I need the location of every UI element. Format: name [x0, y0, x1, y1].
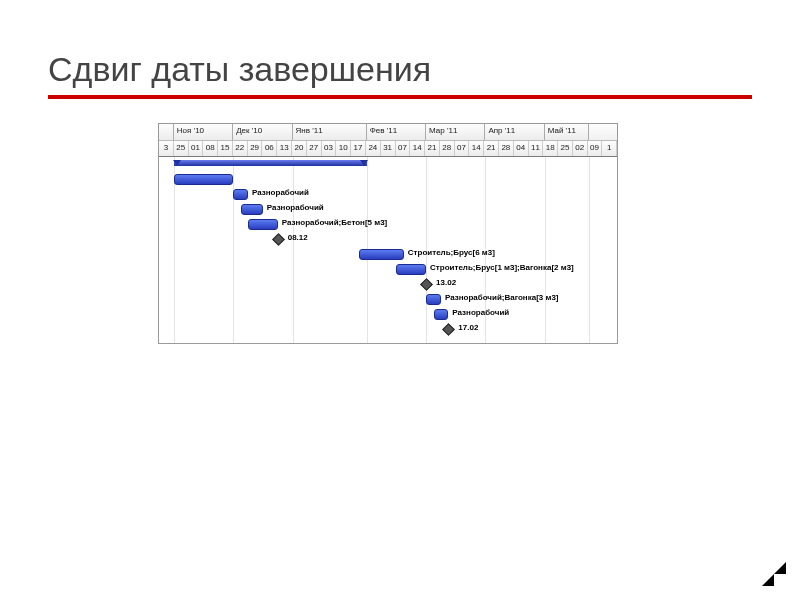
gantt-row: 17.02: [159, 322, 617, 337]
month-header: Дек '10: [233, 124, 292, 140]
title-underline: [48, 95, 752, 99]
milestone-icon: [442, 323, 455, 336]
task-bar: [434, 309, 449, 320]
milestone-icon: [420, 278, 433, 291]
day-header: 21: [425, 141, 440, 156]
day-header: 17: [351, 141, 366, 156]
day-header: 14: [410, 141, 425, 156]
page-corner-icon: [762, 562, 786, 586]
day-header: 31: [381, 141, 396, 156]
gantt-row: 13.02: [159, 277, 617, 292]
gantt-row: Строитель;Брус[6 м3]: [159, 247, 617, 262]
task-label: Разнорабочий;Бетон[5 м3]: [282, 218, 388, 227]
slide-title: Сдвиг даты завершения: [48, 50, 752, 89]
day-header: 3: [159, 141, 174, 156]
day-header: 20: [292, 141, 307, 156]
task-label: 08.12: [288, 233, 308, 242]
day-header: 14: [469, 141, 484, 156]
day-header: 11: [529, 141, 544, 156]
day-header: 02: [573, 141, 588, 156]
task-label: 13.02: [436, 278, 456, 287]
summary-bar: [174, 160, 367, 166]
task-label: 17.02: [458, 323, 478, 332]
milestone-icon: [272, 233, 285, 246]
day-header: 21: [484, 141, 499, 156]
gantt-row: Разнорабочий;Вагонка[3 м3]: [159, 292, 617, 307]
month-header: Фев '11: [367, 124, 426, 140]
day-header: 03: [322, 141, 337, 156]
task-label: Разнорабочий: [452, 308, 509, 317]
day-header: 06: [262, 141, 277, 156]
task-label: Разнорабочий: [267, 203, 324, 212]
task-bar: [248, 219, 278, 230]
day-header: 04: [514, 141, 529, 156]
task-bar: [233, 189, 248, 200]
day-header: 18: [543, 141, 558, 156]
task-bar: [359, 249, 404, 260]
day-header: 01: [189, 141, 204, 156]
gantt-timescale: Ноя '10Дек '10Янв '11Фев '11Мар '11Апр '…: [159, 124, 617, 157]
day-header: 27: [307, 141, 322, 156]
day-header: 07: [396, 141, 411, 156]
gantt-row: 08.12: [159, 232, 617, 247]
day-header: 07: [455, 141, 470, 156]
month-header: Мар '11: [426, 124, 485, 140]
task-label: Разнорабочий;Вагонка[3 м3]: [445, 293, 559, 302]
month-header: Апр '11: [485, 124, 544, 140]
month-header: Ноя '10: [174, 124, 233, 140]
task-label: Строитель;Брус[6 м3]: [408, 248, 495, 257]
day-header: 08: [203, 141, 218, 156]
day-header: 15: [218, 141, 233, 156]
gantt-row: Разнорабочий: [159, 307, 617, 322]
task-bar: [174, 174, 233, 185]
day-header: 28: [440, 141, 455, 156]
gantt-chart: Ноя '10Дек '10Янв '11Фев '11Мар '11Апр '…: [158, 123, 618, 344]
gantt-row: [159, 172, 617, 187]
gantt-body: РазнорабочийРазнорабочийРазнорабочий;Бет…: [159, 157, 617, 343]
task-bar: [396, 264, 426, 275]
day-header: 13: [277, 141, 292, 156]
day-header: 1: [602, 141, 617, 156]
gantt-row: Строитель;Брус[1 м3];Вагонка[2 м3]: [159, 262, 617, 277]
day-header: 22: [233, 141, 248, 156]
day-header: 25: [558, 141, 573, 156]
gantt-row: [159, 157, 617, 172]
day-header: 09: [588, 141, 603, 156]
gantt-row: Разнорабочий;Бетон[5 м3]: [159, 217, 617, 232]
day-header: 25: [174, 141, 189, 156]
month-header: [159, 124, 174, 140]
task-label: Разнорабочий: [252, 188, 309, 197]
day-header: 29: [248, 141, 263, 156]
task-label: Строитель;Брус[1 м3];Вагонка[2 м3]: [430, 263, 574, 272]
day-header: 28: [499, 141, 514, 156]
month-header: Май '11: [545, 124, 590, 140]
gantt-row: Разнорабочий: [159, 202, 617, 217]
day-header: 24: [366, 141, 381, 156]
day-header: 10: [336, 141, 351, 156]
task-bar: [426, 294, 441, 305]
gantt-row: Разнорабочий: [159, 187, 617, 202]
task-bar: [241, 204, 263, 215]
month-header: Янв '11: [293, 124, 367, 140]
